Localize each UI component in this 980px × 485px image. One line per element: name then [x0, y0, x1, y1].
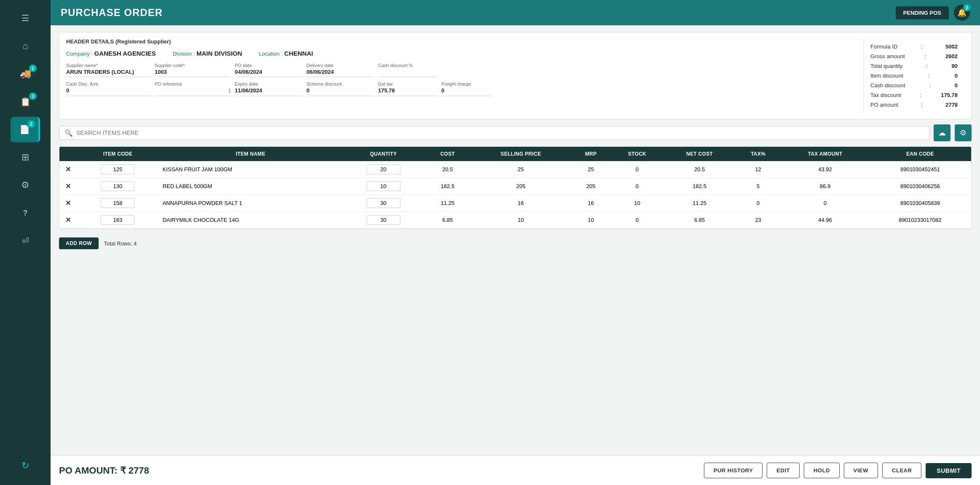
gross-amount-value: 2602 [945, 53, 958, 59]
delivery-date-label: Delivery date [306, 63, 374, 68]
formula-id-label: Formula ID [870, 43, 897, 50]
item-code-input[interactable] [101, 181, 134, 191]
tax-pct-cell: 0 [735, 195, 781, 212]
scheme-discount-input[interactable] [306, 87, 374, 94]
add-row-button[interactable]: ADD ROW [59, 237, 99, 249]
home-icon[interactable]: ⌂ [11, 33, 40, 59]
po-reference-input[interactable] [155, 88, 227, 94]
sidebar: ☰ ⌂ 🚚 2 📋 3 📄 2 ⊞ ⚙ ? ⏎ ↻ [0, 0, 51, 485]
page-title: PURCHASE ORDER [61, 7, 163, 19]
pending-pos-button[interactable]: PENDING POS [896, 6, 949, 19]
formula-id-row: Formula ID : 5002 [870, 42, 958, 51]
help-icon[interactable]: ? [11, 200, 40, 226]
submit-button[interactable]: SUBMIT [926, 463, 972, 478]
quantity-input[interactable] [367, 164, 400, 174]
search-icon: 🔍 [64, 129, 73, 137]
division-value: MAIN DIVISION [196, 50, 242, 57]
quantity-input[interactable] [367, 198, 400, 208]
bottom-actions: PUR HISTORY EDIT HOLD VIEW CLEAR SUBMIT [704, 463, 972, 478]
quantity-input[interactable] [367, 215, 400, 225]
notification-badge: 2 [963, 4, 971, 11]
edit-button[interactable]: EDIT [767, 463, 800, 478]
delete-row-button[interactable]: ✕ [65, 182, 71, 190]
col-item-code: ITEM CODE [76, 147, 159, 161]
division-label: Division : [173, 51, 195, 57]
item-code-input[interactable] [101, 164, 134, 174]
sync-icon[interactable]: ↻ [11, 453, 40, 478]
po-badge: 2 [27, 120, 35, 128]
ean-code-cell: 8901030452451 [869, 161, 971, 178]
search-bar-row: 🔍 ☁ ⚙ [59, 124, 972, 141]
cash-disc-amt-input[interactable] [66, 87, 150, 94]
mrp-cell: 25 [571, 161, 610, 178]
search-input[interactable] [76, 129, 924, 136]
pur-history-button[interactable]: PUR HISTORY [704, 463, 763, 478]
company-value: GANESH AGENCIES [94, 50, 156, 57]
hold-button[interactable]: HOLD [804, 463, 840, 478]
gst-tax-input[interactable] [378, 87, 437, 94]
purchase-order-icon[interactable]: 📄 2 [11, 117, 40, 142]
delivery-date-input[interactable] [306, 69, 374, 75]
delete-row-button[interactable]: ✕ [65, 165, 71, 173]
po-amount-summary-label: PO amount [870, 102, 898, 108]
clear-button[interactable]: CLEAR [882, 463, 921, 478]
cash-discount-row: Cash discount : 0 [870, 81, 958, 90]
menu-icon[interactable]: ☰ [11, 5, 40, 31]
grid-icon[interactable]: ⊞ [11, 145, 40, 170]
location-label: Location : [259, 51, 282, 57]
division-label-value: Division : MAIN DIVISION [173, 50, 242, 57]
settings-icon[interactable]: ⚙ [11, 172, 40, 198]
col-net-cost: NET COST [664, 147, 735, 161]
tax-pct-cell: 12 [735, 161, 781, 178]
ean-code-cell: 8901030405839 [869, 195, 971, 212]
table-settings-button[interactable]: ⚙ [955, 124, 972, 141]
item-code-input[interactable] [101, 198, 134, 208]
ean-code-cell: 8901030406256 [869, 178, 971, 195]
supplier-code-label: Supplier code* [155, 63, 231, 68]
po-date-input[interactable] [235, 69, 302, 75]
freight-charge-input[interactable] [441, 87, 492, 94]
upload-button[interactable]: ☁ [934, 124, 950, 141]
item-discount-label: Item discount [870, 73, 903, 79]
company-group: Company : GANESH AGENCIES [66, 50, 156, 57]
table-header: ITEM CODE ITEM NAME QUANTITY COST SELLIN… [59, 147, 971, 161]
clipboard-icon[interactable]: 📋 3 [11, 89, 40, 114]
delete-row-button[interactable]: ✕ [65, 216, 71, 224]
tax-amount-cell: 86.9 [781, 178, 869, 195]
selling-price-cell: 25 [470, 161, 571, 178]
cash-discount-pct-label: Cash discount % [378, 63, 437, 68]
delete-row-button[interactable]: ✕ [65, 199, 71, 207]
supplier-name-label: Supplier name* [66, 63, 150, 68]
col-selling-price: SELLING PRICE [470, 147, 571, 161]
cost-cell: 6.85 [425, 212, 470, 229]
table-row: ✕ KISSAN FRUIT JAM 100GM 20.5 25 25 0 20… [59, 161, 971, 178]
supplier-code-input[interactable] [155, 69, 231, 75]
tax-amount-cell: 43.92 [781, 161, 869, 178]
gst-tax-group: Gst tax [378, 81, 437, 96]
total-rows-label: Total Rows: 4 [104, 240, 137, 247]
logout-icon[interactable]: ⏎ [11, 228, 40, 253]
item-code-input[interactable] [101, 215, 134, 225]
supplier-name-input[interactable] [66, 69, 150, 75]
header-section-title: HEADER DETAILS (Registered Supplier) [66, 38, 863, 45]
po-date-label: PO date [235, 63, 302, 68]
expiry-date-input[interactable] [235, 87, 302, 94]
cash-discount-label: Cash discount [870, 82, 905, 89]
cash-discount-pct-input[interactable] [378, 69, 437, 75]
view-button[interactable]: VIEW [844, 463, 878, 478]
col-mrp: MRP [571, 147, 610, 161]
notification-button[interactable]: 🔔 2 [954, 5, 970, 21]
truck-icon[interactable]: 🚚 2 [11, 61, 40, 86]
stock-cell: 0 [610, 178, 664, 195]
company-label-value: Company : GANESH AGENCIES [66, 50, 156, 57]
bottom-bar: PO AMOUNT: ₹ 2778 PUR HISTORY EDIT HOLD … [51, 455, 980, 485]
col-stock: STOCK [610, 147, 664, 161]
cost-cell: 20.5 [425, 161, 470, 178]
supplier-details-row: Supplier name* Supplier code* PO date De… [66, 63, 863, 77]
item-name-cell: DAIRYMILK CHOCOLATE 14G [159, 212, 342, 229]
quantity-input[interactable] [367, 181, 400, 191]
col-item-name: ITEM NAME [159, 147, 342, 161]
item-discount-value: 0 [955, 73, 958, 79]
po-reference-group: PO reference ℹ [155, 81, 231, 96]
item-name-cell: RED LABEL 500GM [159, 178, 342, 195]
